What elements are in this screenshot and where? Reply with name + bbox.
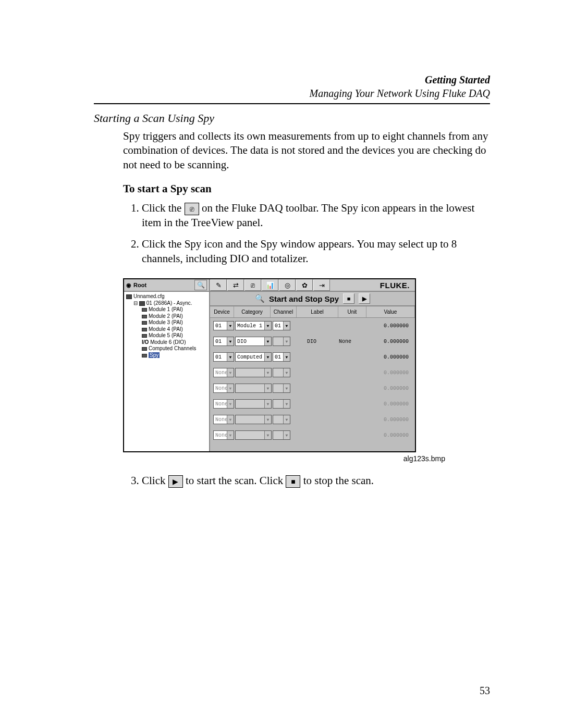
device-select[interactable]: None▼ (213, 368, 234, 377)
root-label: Root (133, 282, 146, 288)
spy-rows: 01▼Module 1▼01▼0.00000001▼DIO▼▼DIONone0.… (210, 318, 415, 451)
category-select: ▼ (235, 384, 272, 393)
stop-icon: ■ (286, 475, 300, 488)
spy-row: None▼▼▼0.000000 (213, 368, 412, 377)
panel-title: Start and Stop Spy (269, 294, 339, 303)
device-select[interactable]: None▼ (213, 415, 234, 424)
row-value: 0.000000 (358, 339, 412, 344)
channel-select: ▼ (273, 399, 290, 409)
procedure-steps: Click the ⎚ on the Fluke DAQ toolbar. Th… (123, 201, 490, 266)
category-select[interactable]: Computed▼ (235, 352, 272, 362)
intro-paragraph: Spy triggers and collects its own measur… (123, 129, 490, 172)
play-icon: ▶ (168, 475, 183, 488)
toolbar: ✎ ⇄ ⎚ 📊 ◎ ✿ ⇥ FLUKE. (210, 279, 415, 292)
channel-select: ▼ (273, 384, 290, 393)
spy-toolbar-icon: ⎚ (185, 203, 199, 215)
device-select[interactable]: 01▼ (213, 321, 234, 330)
channel-select: ▼ (273, 430, 290, 440)
device-select[interactable]: None▼ (213, 399, 234, 409)
category-select[interactable]: DIO▼ (235, 337, 272, 346)
category-select: ▼ (235, 399, 272, 409)
fluke-logo: FLUKE. (380, 281, 415, 290)
spy-row: None▼▼▼0.000000 (213, 430, 412, 440)
row-value: 0.000000 (358, 370, 412, 376)
category-select: ▼ (235, 415, 272, 424)
row-value: 0.000000 (358, 323, 412, 329)
spy-row: None▼▼▼0.000000 (213, 415, 412, 424)
toolbar-btn-1[interactable]: ✎ (210, 279, 227, 291)
tree-spy-node[interactable]: Spy (149, 352, 160, 358)
toolbar-btn-5[interactable]: ◎ (279, 279, 296, 291)
category-select: ▼ (235, 430, 272, 440)
device-select[interactable]: None▼ (213, 430, 234, 440)
row-value: 0.000000 (358, 354, 412, 360)
step-3: Click ▶ to start the scan. Click ■ to st… (142, 473, 490, 488)
device-select[interactable]: 01▼ (213, 352, 234, 362)
procedure-heading: To start a Spy scan (123, 182, 490, 195)
spy-row: None▼▼▼0.000000 (213, 399, 412, 409)
spy-row: 01▼Computed▼01▼0.000000 (213, 352, 412, 362)
header-subtitle: Managing Your Network Using Fluke DAQ (94, 87, 490, 100)
step-1: Click the ⎚ on the Fluke DAQ toolbar. Th… (142, 201, 490, 230)
spy-refresh-icon[interactable]: 🔍 (255, 294, 265, 303)
step-2: Click the Spy icon and the Spy window ap… (142, 237, 490, 266)
row-value: 0.000000 (358, 386, 412, 391)
spy-row: 01▼DIO▼▼DIONone0.000000 (213, 337, 412, 346)
columns-header: Device Category Channel Label Unit Value (210, 306, 415, 318)
page-number: 53 (480, 685, 490, 697)
toolbar-btn-2[interactable]: ⇄ (227, 279, 244, 291)
device-select[interactable]: None▼ (213, 384, 234, 393)
toolbar-btn-3-spy-icon[interactable]: ⎚ (244, 279, 261, 291)
section-heading: Starting a Scan Using Spy (94, 112, 490, 125)
category-select[interactable]: Module 1▼ (235, 321, 272, 330)
magnifier-icon[interactable]: 🔍 (194, 280, 207, 290)
row-value: 0.000000 (358, 433, 412, 438)
device-select[interactable]: 01▼ (213, 337, 234, 346)
header-rule (94, 103, 490, 104)
stop-scan-button[interactable]: ■ (343, 293, 354, 304)
root-bar: ◉ Root 🔍 (124, 279, 209, 292)
category-select: ▼ (235, 368, 272, 377)
tree-view[interactable]: Unnamed.cfg ⊟ 01 (2686A) - Async. Module… (124, 292, 209, 451)
header-title: Getting Started (94, 73, 490, 87)
figure-caption: alg123s.bmp (123, 454, 445, 463)
procedure-steps-cont: Click ▶ to start the scan. Click ■ to st… (123, 473, 490, 488)
spy-row: None▼▼▼0.000000 (213, 384, 412, 393)
channel-select: ▼ (273, 337, 290, 346)
row-label: DIO (291, 339, 332, 344)
toolbar-btn-4[interactable]: 📊 (262, 279, 278, 291)
channel-select: ▼ (273, 368, 290, 377)
start-scan-button[interactable]: ▶ (359, 293, 370, 304)
row-value: 0.000000 (358, 401, 412, 407)
spy-row: 01▼Module 1▼01▼0.000000 (213, 321, 412, 330)
root-flag-icon: ◉ (126, 282, 131, 289)
channel-select: ▼ (273, 415, 290, 424)
toolbar-btn-7[interactable]: ⇥ (313, 279, 330, 291)
toolbar-btn-6[interactable]: ✿ (296, 279, 313, 291)
channel-select[interactable]: 01▼ (273, 321, 290, 330)
spy-window: ◉ Root 🔍 Unnamed.cfg ⊟ 01 (2686A) - Asyn… (123, 278, 416, 452)
row-unit: None (332, 339, 358, 344)
channel-select[interactable]: 01▼ (273, 352, 290, 362)
row-value: 0.000000 (358, 417, 412, 423)
